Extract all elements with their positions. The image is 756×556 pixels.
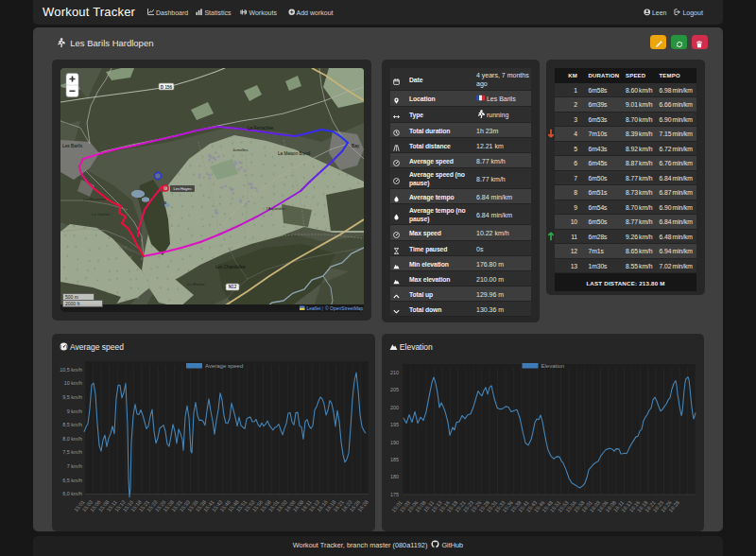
svg-text:6,0 km/h: 6,0 km/h (62, 491, 82, 496)
svg-text:7 km/h: 7 km/h (67, 463, 82, 469)
svg-text:Leaflet: Leaflet (307, 305, 322, 311)
svg-text:P: P (162, 200, 167, 208)
svg-text:8,0 km/h: 8,0 km/h (62, 436, 82, 442)
svg-text:195: 195 (390, 422, 399, 427)
svg-text:210: 210 (390, 370, 399, 375)
svg-text:La Houserie: La Houserie (83, 197, 106, 201)
svg-text:9,5 km/h: 9,5 km/h (62, 394, 82, 400)
svg-text:La Maison Breuil: La Maison Breuil (278, 151, 310, 156)
svg-text:8,5 km/h: 8,5 km/h (62, 422, 82, 427)
svg-text:9 km/h: 9 km/h (67, 408, 82, 414)
svg-text:500 m: 500 m (65, 294, 78, 300)
svg-text:La Ferrachée: La Ferrachée (248, 126, 274, 130)
svg-text:200: 200 (390, 405, 399, 410)
svg-text:6,5 km/h: 6,5 km/h (62, 478, 82, 483)
svg-text:D 156: D 156 (161, 85, 173, 90)
svg-text:10,5 km/h: 10,5 km/h (60, 367, 82, 373)
svg-text:Les Chandelles: Les Chandelles (215, 265, 246, 269)
svg-text:Les Hayes: Les Hayes (174, 186, 192, 191)
svg-text:Jumelles: Jumelles (232, 148, 249, 152)
svg-text:185: 185 (390, 457, 399, 462)
svg-text:205: 205 (390, 387, 399, 392)
svg-text:Le Guérin: Le Guérin (92, 212, 111, 217)
svg-text:Elevation: Elevation (541, 363, 565, 369)
svg-text:Bay: Bay (352, 144, 360, 148)
svg-text:l'Aquindre: l'Aquindre (266, 206, 285, 211)
svg-text:190: 190 (390, 440, 399, 445)
svg-text:175: 175 (390, 492, 399, 497)
svg-text:180: 180 (390, 474, 399, 479)
svg-text:© OpenStreetMap: © OpenStreetMap (325, 305, 364, 311)
svg-text:Average speed: Average speed (205, 363, 243, 369)
svg-text:7,5 km/h: 7,5 km/h (62, 449, 82, 455)
svg-text:2000 ft: 2000 ft (65, 301, 80, 306)
svg-text:La Roche: La Roche (187, 282, 205, 287)
svg-text:10 km/h: 10 km/h (64, 380, 82, 386)
svg-text:|: | (322, 305, 323, 311)
svg-text:Les Barils: Les Barils (62, 144, 83, 148)
svg-text:N12: N12 (229, 285, 237, 289)
